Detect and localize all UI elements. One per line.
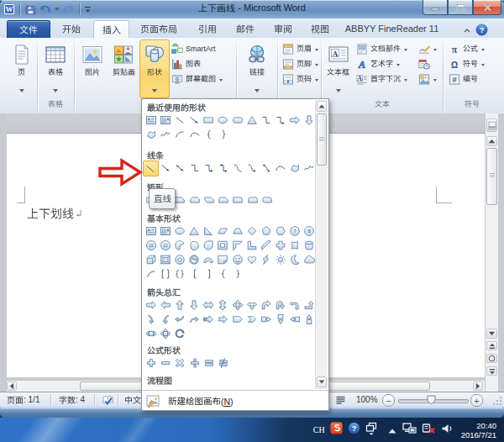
shape-curve[interactable] [187,128,202,142]
ribbon-button-date-time[interactable] [418,57,430,71]
collapse-ribbon-button[interactable] [461,24,473,35]
shape-round-single-corner[interactable] [231,193,245,208]
shape-lightning-bolt[interactable] [259,253,273,267]
new-drawing-canvas-item[interactable]: (N) [142,390,328,412]
shape-folded-corner[interactable] [216,253,230,267]
shape-snip-same-side-corner[interactable] [187,193,202,208]
ribbon-button-number[interactable]: # [449,72,478,86]
status-page-indicator[interactable]: : 1/1 [7,394,39,406]
shape-multiplication[interactable] [173,356,187,371]
tab-file[interactable] [7,20,50,39]
shape-double-bracket[interactable] [158,267,172,282]
shape-left-up-arrow[interactable] [288,298,302,313]
shape-circular-arrow[interactable] [173,327,187,341]
tray-help-icon[interactable]: ? [348,422,360,438]
vertical-scrollbar-thumb[interactable] [486,148,497,205]
scroll-down-button[interactable] [486,329,497,339]
undo-button[interactable] [39,3,52,16]
zoom-out-button[interactable]: − [382,394,395,407]
shape-right-arrow[interactable] [288,113,302,128]
minimize-button[interactable] [423,0,448,15]
shape-sun[interactable] [274,253,288,267]
shape-plus[interactable] [144,356,158,371]
shape-parallelogram[interactable] [216,224,230,239]
ribbon-button-wordart[interactable]: A [356,57,400,71]
tab-review[interactable] [265,20,300,38]
ribbon-button-header[interactable] [282,42,318,55]
shape-rounded-rectangle[interactable] [230,113,244,128]
scroll-right-button[interactable] [473,381,483,391]
shape-elbow-arrow-connector[interactable] [202,161,216,176]
menu-scroll-up-button[interactable] [317,101,327,112]
customize-qat-button[interactable] [83,3,93,16]
shape-text-box[interactable] [144,113,158,128]
menu-scroll-down-button[interactable] [317,376,327,387]
shape-trapezoid[interactable] [230,224,244,239]
shape-no-symbol[interactable] [187,253,202,267]
shape-heart[interactable] [244,253,259,267]
shape-minus[interactable] [158,356,172,371]
shape-block-arc[interactable] [202,253,216,267]
ribbon-button-pages[interactable] [6,40,37,97]
shape-cross[interactable] [274,239,288,253]
shape-freeform[interactable] [144,128,158,142]
shape-down-arrow-callout[interactable] [274,313,288,327]
shape-quad-arrow-callout[interactable] [158,327,172,341]
maximize-button[interactable] [448,0,473,15]
ribbon-button-table[interactable] [39,40,71,97]
shape-vertical-text-box[interactable] [158,224,172,239]
shape-elbow-connector[interactable] [259,113,273,128]
ribbon-button-link[interactable] [239,40,275,97]
view-draft-button[interactable] [335,394,346,406]
volume-tray-icon[interactable] [441,423,453,438]
shape-heptagon[interactable]: 7 [288,224,302,239]
tab-references[interactable] [190,20,224,38]
shape-not-equal[interactable] [216,356,230,371]
shape-snip-and-round-single-corner[interactable] [216,193,230,208]
ribbon-button-signature-line[interactable] [418,42,437,55]
ribbon-button-drop-cap[interactable]: A [356,72,407,86]
shape-moon[interactable] [288,253,302,267]
shape-right-brace[interactable] [231,267,245,282]
shape-division[interactable] [187,356,202,371]
ribbon-button-equation[interactable]: π [449,42,485,55]
shape-dodecagon[interactable]: 12 [158,239,172,253]
shape-up-arrow[interactable] [172,298,186,313]
shape-elbow-double-arrow-connector[interactable] [216,161,230,176]
shape-notched-right-arrow[interactable] [216,313,230,327]
shape-curved-arrow-connector[interactable] [244,161,259,176]
ime-indicator[interactable]: CH [313,425,325,434]
shape-cube[interactable] [144,253,158,267]
shape-up-down-arrow[interactable] [216,298,230,313]
language-bar-icon[interactable] [365,422,377,439]
undo-dropdown-caret[interactable] [54,3,60,16]
next-page-button[interactable] [486,366,497,376]
shape-text-box[interactable] [144,224,158,239]
tab-abbyy[interactable]: ABBYY FineReader 11 [339,20,444,38]
save-button[interactable] [24,3,37,16]
ribbon-button-picture[interactable] [76,40,108,97]
shape-diamond[interactable] [244,224,259,239]
shape-line[interactable] [143,160,159,176]
shape-left-bracket[interactable] [187,267,202,282]
shape-pentagon-arrow[interactable] [230,313,244,327]
resize-grip[interactable] [491,395,502,406]
shape-curved-right-arrow[interactable] [144,313,158,327]
shape-isosceles-triangle[interactable] [244,113,259,128]
shape-equal[interactable] [202,356,216,371]
ribbon-button-quick-parts[interactable] [356,42,407,55]
shape-left-brace[interactable] [202,128,216,142]
previous-page-button[interactable] [486,341,497,350]
shapes-menu-scrollbar[interactable] [315,100,328,389]
shape-bent-arrow[interactable] [259,298,273,313]
redo-button[interactable] [62,3,76,16]
shape-elbow-connector[interactable] [187,161,202,176]
shape-arrow[interactable] [159,161,173,176]
ribbon-button-chart[interactable] [171,57,201,71]
shape-striped-right-arrow[interactable] [202,313,216,327]
taskbar-clock[interactable]: 20:40 2016/7/21 [461,421,496,439]
device-error-tray-icon[interactable] [422,422,436,438]
shape-left-right-arrow[interactable] [202,298,216,313]
shape-right-brace[interactable] [216,128,230,142]
shape-right-arrow[interactable] [144,298,158,313]
